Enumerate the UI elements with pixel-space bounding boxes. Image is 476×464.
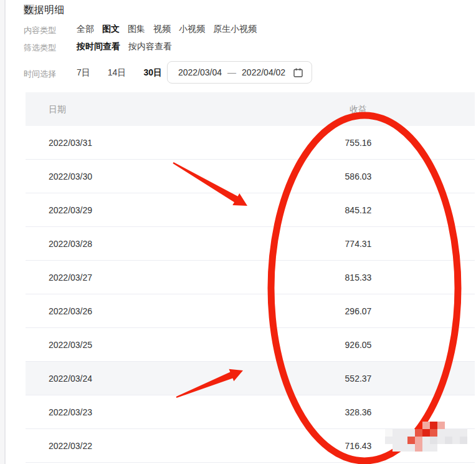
cell-date: 2022/03/23 (49, 395, 92, 429)
data-detail-page: 数据明细 内容类型 全部图文图集视频小视频原生小视频 筛选类型 按时间查看按内容… (0, 0, 476, 464)
content-type-option-0[interactable]: 全部 (77, 24, 94, 35)
table-row[interactable]: 2022/03/30586.03 (26, 160, 475, 193)
cell-date: 2022/03/27 (49, 261, 92, 294)
table-header-row: 日期 收益 (26, 92, 475, 126)
page-title-selected-char: 数 (24, 4, 34, 15)
table-row[interactable]: 2022/03/26296.07 (26, 294, 475, 328)
cell-date: 2022/03/26 (49, 294, 92, 328)
table-row[interactable]: 2022/03/25926.05 (26, 328, 475, 362)
cell-date: 2022/03/24 (49, 362, 92, 395)
page-title-rest: 据明细 (34, 4, 65, 15)
table-row[interactable]: 2022/03/22716.43 (26, 429, 475, 463)
cell-date: 2022/03/22 (49, 429, 92, 463)
table-row[interactable]: 2022/03/23328.36 (26, 395, 475, 429)
revenue-table: 日期 收益 2022/03/31755.162022/03/30586.0320… (26, 92, 475, 463)
filter-type-options: 按时间查看按内容查看 (77, 41, 180, 52)
cell-revenue: 586.03 (296, 160, 421, 193)
cell-revenue: 296.07 (296, 294, 421, 328)
table-body: 2022/03/31755.162022/03/30586.032022/03/… (26, 126, 475, 463)
date-range-start[interactable]: 2022/03/04 (178, 67, 222, 77)
cell-revenue: 716.43 (296, 429, 421, 463)
table-row[interactable]: 2022/03/24552.37 (26, 362, 475, 395)
filter-type-option-1[interactable]: 按内容查看 (128, 41, 172, 52)
filter-type-label: 筛选类型 (24, 42, 56, 54)
cell-revenue: 552.37 (296, 362, 421, 395)
time-select-label: 时间选择 (24, 69, 56, 80)
content-type-option-3[interactable]: 视频 (153, 24, 171, 35)
cell-revenue: 815.33 (296, 261, 421, 294)
cell-revenue: 845.12 (296, 193, 421, 227)
left-panel-edge (0, 0, 6, 464)
content-type-option-1[interactable]: 图文 (102, 24, 120, 35)
cell-date: 2022/03/31 (49, 126, 92, 160)
content-type-option-5[interactable]: 原生小视频 (213, 24, 257, 35)
table-row[interactable]: 2022/03/27815.33 (26, 261, 475, 294)
table-row[interactable]: 2022/03/29845.12 (26, 193, 475, 227)
date-range-separator: — (227, 67, 236, 77)
time-range-option-1[interactable]: 14日 (108, 67, 126, 79)
time-range-options: 7日14日30日 (77, 67, 179, 79)
table-row[interactable]: 2022/03/28774.31 (26, 227, 475, 261)
calendar-icon[interactable] (293, 68, 303, 77)
cell-date: 2022/03/25 (49, 328, 92, 362)
cell-date: 2022/03/30 (49, 160, 92, 193)
cell-revenue: 328.36 (296, 395, 421, 429)
column-header-date: 日期 (49, 92, 66, 126)
column-header-revenue: 收益 (296, 92, 421, 126)
cell-date: 2022/03/29 (49, 193, 92, 227)
filter-type-option-0[interactable]: 按时间查看 (77, 41, 120, 52)
content-type-option-4[interactable]: 小视频 (179, 24, 205, 35)
content-type-label: 内容类型 (24, 25, 56, 36)
cell-revenue: 755.16 (296, 126, 421, 160)
cell-date: 2022/03/28 (49, 227, 92, 261)
time-range-option-0[interactable]: 7日 (77, 67, 90, 79)
content-type-option-2[interactable]: 图集 (128, 24, 145, 35)
time-range-option-2[interactable]: 30日 (143, 67, 162, 79)
table-row[interactable]: 2022/03/31755.16 (26, 126, 475, 160)
date-range-end[interactable]: 2022/04/02 (242, 67, 285, 77)
cell-revenue: 926.05 (296, 328, 421, 362)
cell-revenue: 774.31 (296, 227, 421, 261)
page-title: 数据明细 (24, 4, 65, 17)
date-range-picker[interactable]: 2022/03/04 — 2022/04/02 (167, 61, 312, 84)
content-type-options: 全部图文图集视频小视频原生小视频 (77, 24, 265, 35)
